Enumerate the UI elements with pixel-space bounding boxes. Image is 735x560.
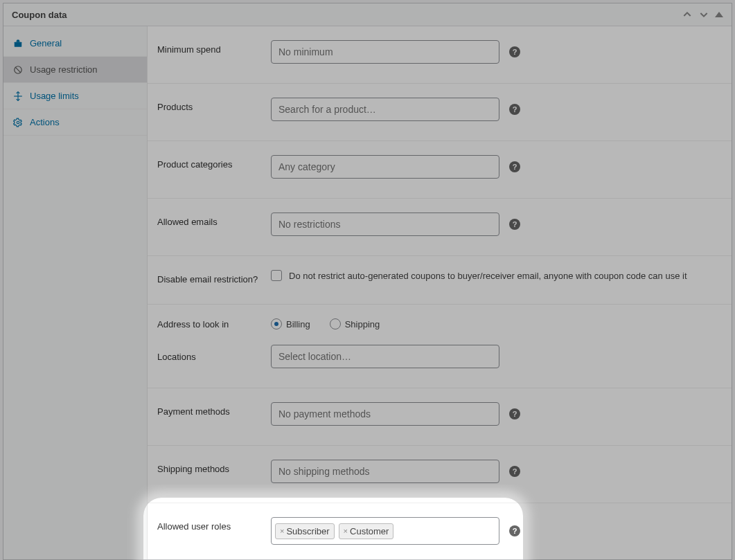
field-label: Disable email restriction? [157, 270, 264, 284]
chevron-down-icon[interactable] [698, 9, 709, 20]
help-icon[interactable]: ? [509, 104, 520, 115]
sidebar: General Usage restriction Usage limits A… [3, 26, 148, 559]
panel-header: Coupon data [3, 3, 732, 26]
svg-point-5 [17, 121, 19, 124]
address-billing-radio[interactable]: Billing [271, 318, 310, 329]
help-icon[interactable]: ? [509, 408, 520, 419]
field-label: Product categories [157, 155, 264, 170]
tag[interactable]: ×Subscriber [275, 523, 335, 539]
row-shipping-methods: Shipping methods No shipping methods ? [148, 446, 732, 503]
coupon-data-panel: Coupon data General Usage restriction [3, 3, 732, 560]
radio-icon [271, 318, 282, 329]
panel-title: Coupon data [12, 10, 67, 20]
field-label: Address to look in [157, 319, 264, 329]
help-icon[interactable]: ? [509, 46, 520, 57]
field-label: Allowed emails [157, 213, 264, 227]
tag-label: Subscriber [286, 526, 329, 536]
general-icon [13, 39, 23, 48]
checkbox-label: Do not restrict auto-generated coupons t… [289, 271, 687, 281]
remove-tag-icon[interactable]: × [344, 527, 348, 535]
move-icon [13, 91, 23, 101]
tag[interactable]: ×Customer [339, 523, 394, 539]
radio-label: Shipping [345, 319, 380, 329]
help-icon[interactable]: ? [509, 525, 520, 536]
row-address-and-locations: Address to look in Billing Shipping [148, 305, 732, 388]
field-label: Locations [157, 352, 264, 362]
field-label: Products [157, 98, 264, 112]
allowed-user-roles-select[interactable]: ×Subscriber×Customer [271, 517, 499, 545]
address-shipping-radio[interactable]: Shipping [330, 318, 380, 329]
radio-label: Billing [286, 319, 310, 329]
row-allowed-user-roles: Allowed user roles ×Subscriber×Customer … [148, 503, 732, 559]
help-icon[interactable]: ? [509, 161, 520, 172]
field-label: Allowed user roles [157, 517, 264, 532]
svg-line-2 [15, 66, 21, 72]
shipping-methods-select[interactable]: No shipping methods [271, 460, 499, 483]
block-icon [13, 65, 23, 75]
locations-select[interactable]: Select location… [271, 345, 499, 368]
field-label: Payment methods [157, 402, 264, 417]
sidebar-item-usage-limits[interactable]: Usage limits [3, 83, 147, 109]
sidebar-item-general[interactable]: General [3, 30, 147, 57]
radio-icon [330, 318, 341, 329]
products-input[interactable]: Search for a product… [271, 98, 499, 121]
chevron-up-icon[interactable] [682, 9, 693, 20]
row-payment-methods: Payment methods No payment methods ? [148, 388, 732, 446]
help-icon[interactable]: ? [509, 466, 520, 477]
remove-tag-icon[interactable]: × [280, 527, 284, 535]
disable-email-restriction-checkbox[interactable] [271, 270, 282, 281]
row-product-categories: Product categories Any category ? [148, 141, 732, 199]
row-disable-email-restriction: Disable email restriction? Do not restri… [148, 256, 732, 305]
collapse-panel-icon[interactable] [715, 12, 723, 17]
tag-label: Customer [350, 526, 389, 536]
sidebar-item-usage-restriction[interactable]: Usage restriction [3, 57, 147, 83]
sidebar-item-label: General [30, 38, 62, 48]
payment-methods-select[interactable]: No payment methods [271, 402, 499, 426]
field-label: Minimum spend [157, 40, 264, 55]
help-icon[interactable]: ? [509, 219, 520, 230]
main-content: Minimum spend No minimum ? Products Sear… [148, 26, 732, 559]
row-allowed-emails: Allowed emails No restrictions ? [148, 199, 732, 256]
gear-icon [13, 118, 23, 127]
row-minimum-spend: Minimum spend No minimum ? [148, 26, 732, 84]
sidebar-item-actions[interactable]: Actions [3, 109, 147, 136]
svg-rect-0 [15, 42, 22, 46]
row-products: Products Search for a product… ? [148, 84, 732, 141]
sidebar-item-label: Usage restriction [30, 64, 98, 75]
sidebar-item-label: Actions [30, 117, 60, 127]
allowed-emails-input[interactable]: No restrictions [271, 213, 499, 236]
field-label: Shipping methods [157, 460, 264, 474]
product-categories-input[interactable]: Any category [271, 155, 499, 179]
minimum-spend-input[interactable]: No minimum [271, 40, 499, 64]
sidebar-item-label: Usage limits [30, 91, 79, 101]
